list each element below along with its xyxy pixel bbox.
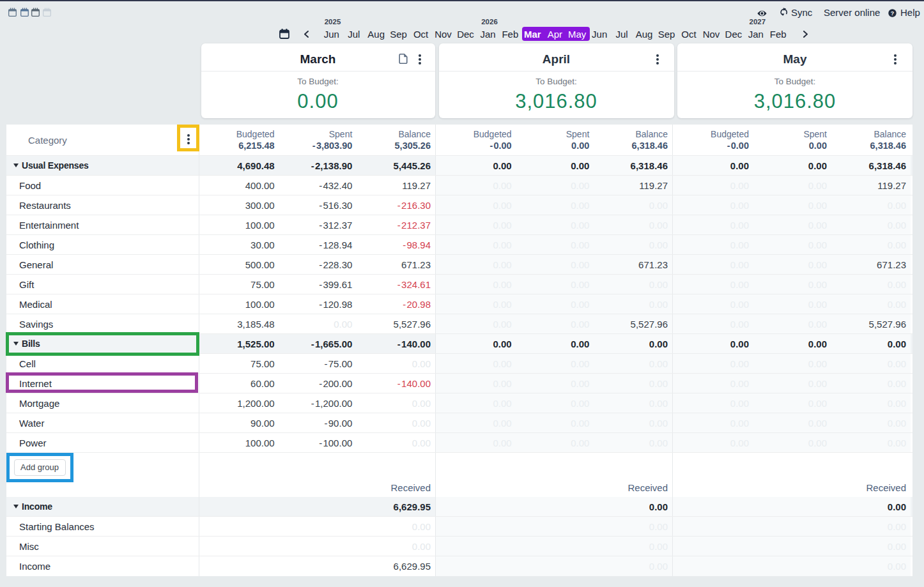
svg-text:?: ? (891, 10, 895, 16)
